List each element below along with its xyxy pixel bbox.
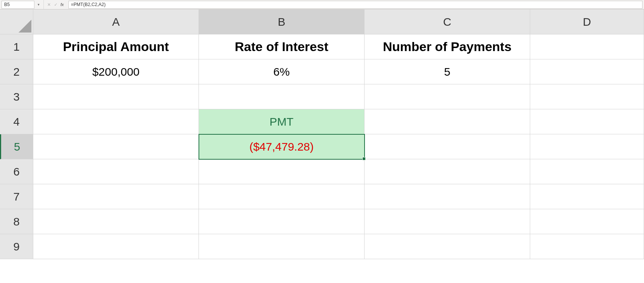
cell-C3[interactable] [365, 84, 530, 109]
cell-C9[interactable] [365, 234, 530, 259]
row-header-5[interactable]: 5 [0, 134, 33, 159]
cell-C2[interactable]: 5 [365, 59, 530, 84]
cell-value: PMT [270, 115, 293, 128]
cell-A7[interactable] [33, 184, 199, 209]
cell-A3[interactable] [33, 84, 199, 109]
formula-input[interactable]: =PMT(B2,C2,A2) [68, 1, 642, 9]
column-header-C[interactable]: C [365, 9, 530, 34]
cell-value: 5 [444, 65, 450, 78]
cell-B1[interactable]: Rate of Interest [199, 34, 365, 59]
row-header-8[interactable]: 8 [0, 209, 33, 234]
col-label: C [443, 16, 452, 28]
cell-C5[interactable] [365, 134, 530, 159]
col-label: A [112, 16, 119, 28]
cell-B4[interactable]: PMT [199, 109, 365, 134]
cell-value: Number of Payments [383, 39, 511, 54]
cell-D8[interactable] [530, 209, 644, 234]
cell-B7[interactable] [199, 184, 365, 209]
column-header-B[interactable]: B [199, 9, 365, 34]
cell-D6[interactable] [530, 159, 644, 184]
fx-icon[interactable]: fx [61, 2, 64, 7]
cancel-formula-icon[interactable]: ✕ [46, 2, 51, 7]
row-header-6[interactable]: 6 [0, 159, 33, 184]
cell-A9[interactable] [33, 234, 199, 259]
cell-C4[interactable] [365, 109, 530, 134]
cell-A8[interactable] [33, 209, 199, 234]
cell-D4[interactable] [530, 109, 644, 134]
row-header-9[interactable]: 9 [0, 234, 33, 259]
cell-B3[interactable] [199, 84, 365, 109]
cell-B2[interactable]: 6% [199, 59, 365, 84]
cell-D9[interactable] [530, 234, 644, 259]
row-label: 2 [13, 65, 20, 78]
cell-value: ($47,479.28) [249, 140, 313, 153]
cell-B8[interactable] [199, 209, 365, 234]
cell-D5[interactable] [530, 134, 644, 159]
row-header-7[interactable]: 7 [0, 184, 33, 209]
col-label: D [583, 16, 591, 28]
row-header-3[interactable]: 3 [0, 84, 33, 109]
cell-value: Principal Amount [63, 39, 169, 54]
row-label: 1 [13, 40, 20, 53]
formula-bar: B5 ▼ ✕ ✓ fx =PMT(B2,C2,A2) [0, 0, 644, 9]
cell-A2[interactable]: $200,000 [33, 59, 199, 84]
select-all-corner[interactable] [0, 9, 33, 34]
cell-A6[interactable] [33, 159, 199, 184]
enter-formula-icon[interactable]: ✓ [53, 2, 58, 7]
row-header-4[interactable]: 4 [0, 109, 33, 134]
cell-A4[interactable] [33, 109, 199, 134]
cell-B5[interactable]: ($47,479.28) [199, 134, 365, 159]
row-header-1[interactable]: 1 [0, 34, 33, 59]
name-box[interactable]: B5 [2, 1, 34, 9]
cell-D3[interactable] [530, 84, 644, 109]
cell-B9[interactable] [199, 234, 365, 259]
cell-D2[interactable] [530, 59, 644, 84]
row-label: 9 [13, 240, 20, 253]
column-header-A[interactable]: A [33, 9, 199, 34]
cell-A5[interactable] [33, 134, 199, 159]
row-label: 6 [13, 165, 20, 178]
row-label: 3 [13, 90, 20, 103]
row-label: 4 [13, 115, 20, 128]
row-label: 5 [14, 140, 20, 153]
cell-value: Rate of Interest [235, 39, 329, 54]
cell-value: 6% [273, 65, 290, 78]
column-header-D[interactable]: D [530, 9, 644, 34]
row-header-2[interactable]: 2 [0, 59, 33, 84]
cell-D1[interactable] [530, 34, 644, 59]
row-label: 8 [13, 215, 20, 228]
name-box-value: B5 [4, 2, 10, 7]
cell-A1[interactable]: Principal Amount [33, 34, 199, 59]
formula-controls: ✕ ✓ fx [43, 0, 67, 9]
row-label: 7 [13, 190, 20, 203]
formula-text: =PMT(B2,C2,A2) [71, 2, 106, 7]
cell-D7[interactable] [530, 184, 644, 209]
cell-B6[interactable] [199, 159, 365, 184]
cell-value: $200,000 [92, 65, 140, 78]
spreadsheet-grid: A B C D 1 Principal Amount Rate of Inter… [0, 9, 644, 259]
cell-C1[interactable]: Number of Payments [365, 34, 530, 59]
col-label: B [278, 16, 285, 28]
cell-C8[interactable] [365, 209, 530, 234]
cell-C6[interactable] [365, 159, 530, 184]
name-box-dropdown-icon[interactable]: ▼ [36, 1, 41, 9]
cell-C7[interactable] [365, 184, 530, 209]
